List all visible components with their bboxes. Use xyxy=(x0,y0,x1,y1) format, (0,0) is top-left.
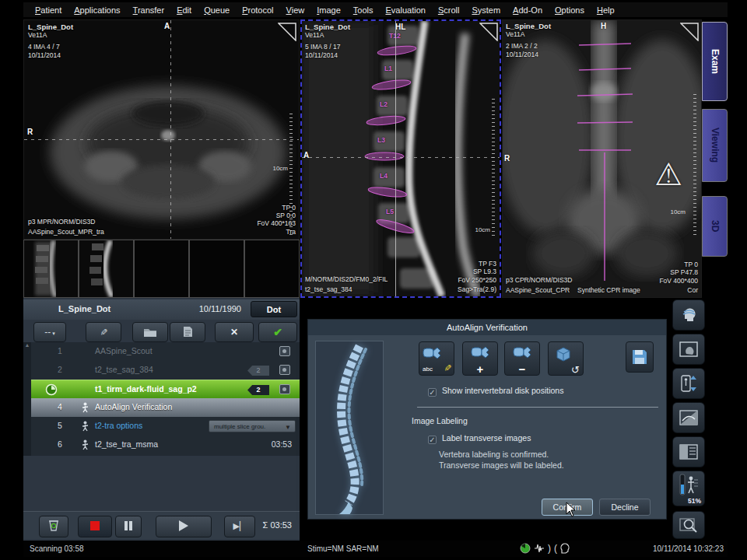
pause-button[interactable] xyxy=(115,516,142,537)
menu-tools[interactable]: Tools xyxy=(348,5,379,16)
menu-options[interactable]: Options xyxy=(549,5,590,16)
thumbnail-5-empty[interactable] xyxy=(244,240,300,298)
viewport-axial[interactable]: L_Spine_Dot Ve11A 4 IMA 4 / 7 10/11/2014… xyxy=(23,19,300,240)
menu-addon[interactable]: Add-On xyxy=(507,5,548,16)
crosshair-horizontal xyxy=(24,139,299,140)
cancel-step-button[interactable]: ✕ xyxy=(215,322,254,342)
step-number: 1 xyxy=(54,346,65,355)
menu-scroll[interactable]: Scroll xyxy=(433,5,465,16)
contrast-icon xyxy=(679,410,698,425)
thumbnail-3-empty[interactable] xyxy=(134,240,189,298)
windowing-button[interactable] xyxy=(672,402,705,433)
label-transverse-checkbox[interactable]: ✓ xyxy=(428,436,437,444)
skip-button[interactable]: ▶▏ xyxy=(224,516,255,537)
fov-value: FoV 250*250 xyxy=(458,276,496,285)
clip-corner-icon[interactable] xyxy=(680,23,699,41)
menu-image[interactable]: Image xyxy=(311,5,346,16)
menu-edit[interactable]: Edit xyxy=(171,5,197,16)
menu-applications[interactable]: Applications xyxy=(68,5,125,16)
patient-orientation-button[interactable] xyxy=(672,299,705,331)
menu-system[interactable]: System xyxy=(466,5,506,16)
sar-monitor-button[interactable]: 51% xyxy=(672,471,705,506)
contrast-injection-button[interactable]: ✎ xyxy=(86,322,121,342)
slice-group-dropdown[interactable]: multiple slice grou.▼ xyxy=(209,420,296,432)
label-vertebra-tool[interactable]: abc ✎ xyxy=(419,341,454,376)
dot-engine-button[interactable]: Dot xyxy=(251,301,297,317)
mri-axial-image xyxy=(24,20,300,240)
tab-exam[interactable]: Exam xyxy=(702,22,728,101)
queue-row-6[interactable]: 6 t2_tse_tra_msma 03:53 xyxy=(31,436,300,454)
open-protocol-button[interactable] xyxy=(132,322,168,342)
head-icon xyxy=(680,306,697,324)
decline-button[interactable]: Decline xyxy=(599,499,651,516)
remove-vertebra-tool[interactable]: − xyxy=(504,341,540,376)
sw-version: Ve11A xyxy=(305,31,324,40)
apply-step-button[interactable]: ✔ xyxy=(258,322,297,342)
thumbnail-2[interactable] xyxy=(79,240,134,298)
abc-label: abc xyxy=(423,366,433,373)
coil-icon: ( xyxy=(554,543,557,554)
series-done-icon xyxy=(279,346,290,356)
pause-icon xyxy=(124,521,132,530)
menu-transfer[interactable]: Transfer xyxy=(128,5,170,16)
study-date: 10/11/2014 xyxy=(506,51,538,59)
clip-corner-icon[interactable] xyxy=(479,23,498,41)
queue-row-3-running[interactable]: t1_tirm_dark-fluid_sag_p2 2 xyxy=(31,380,300,398)
scanning-spinner-icon xyxy=(45,383,58,396)
delete-queue-button[interactable] xyxy=(39,516,68,537)
program-card-button[interactable] xyxy=(170,322,205,342)
queue-row-1[interactable]: 1 AASpine_Scout xyxy=(31,342,300,361)
autoalign-dialog: AutoAlign Verification abc ✎ xyxy=(307,319,667,520)
plus-icon: + xyxy=(463,363,497,375)
step-name: t2_tse_sag_384 xyxy=(95,365,153,374)
dropdown-value: multiple slice grou. xyxy=(214,423,265,430)
thumbnail-1[interactable] xyxy=(23,240,79,298)
reset-orientation-tool[interactable]: ↺ xyxy=(548,341,584,376)
vertebra-icon xyxy=(423,345,443,361)
menu-queue[interactable]: Queue xyxy=(198,5,235,16)
step-name: AutoAlign Verification xyxy=(95,402,172,411)
table-position-button[interactable] xyxy=(672,368,705,399)
stop-button[interactable] xyxy=(78,516,112,537)
queue-scrollbar[interactable]: ▲ xyxy=(23,342,31,456)
thumbnail-4-empty[interactable] xyxy=(189,240,244,298)
queue-row-4-selected[interactable]: 4 AutoAlign Verification xyxy=(31,398,300,417)
plane-value: Sag>Tra(2.9) xyxy=(458,285,496,294)
fov-value: FoV 400*400 xyxy=(659,277,698,285)
show-disk-positions-checkbox[interactable]: ✓ xyxy=(428,388,437,397)
pen-icon: ✎ xyxy=(94,328,113,336)
tab-3d[interactable]: 3D xyxy=(702,196,728,257)
menu-view[interactable]: View xyxy=(281,5,310,16)
clip-corner-icon[interactable] xyxy=(278,23,296,41)
ima-counter: 5 IMA 8 / 17 xyxy=(305,43,340,51)
menu-patient[interactable]: Patient xyxy=(30,5,67,16)
menu-protocol[interactable]: Protocol xyxy=(237,5,279,16)
play-button[interactable] xyxy=(156,516,212,537)
layout-button[interactable] xyxy=(672,436,705,467)
vertebra-label: L1 xyxy=(384,65,392,72)
image-display-button[interactable] xyxy=(672,334,705,365)
status-icons: ) ( xyxy=(520,542,570,555)
info-line-2: Transverse images will be labeled. xyxy=(439,460,564,470)
series-name: AASpine_Scout_CPR xyxy=(506,286,570,295)
menu-evaluation[interactable]: Evaluation xyxy=(380,5,430,16)
exam-task-panel: L_Spine_Dot 10/11/1990 Dot -- ▾ ✎ ✕ ✔ ▲ xyxy=(23,298,300,541)
total-scan-time: Σ 03:53 xyxy=(263,520,292,530)
tab-viewing[interactable]: Viewing xyxy=(702,109,728,182)
viewport-sagittal[interactable]: T12 L1 L2 L3 L4 L5 L_Spine_Dot Ve11A 5 I… xyxy=(300,19,501,298)
add-vertebra-tool[interactable]: + xyxy=(462,341,498,376)
scale-label: 10cm xyxy=(272,165,288,172)
menu-help[interactable]: Help xyxy=(591,5,620,16)
step-duration: 03:53 xyxy=(272,439,292,449)
synthetic-note: Synthetic CPR image xyxy=(577,286,640,295)
person-icon xyxy=(81,421,89,432)
divider xyxy=(417,407,658,408)
viewport-coronal[interactable]: L_Spine_Dot Ve11A 2 IMA 2 / 2 10/11/2014… xyxy=(502,19,702,298)
queue-row-2[interactable]: 2 t2_tse_sag_384 2 xyxy=(31,361,300,380)
browse-protocols-button[interactable]: -- ▾ xyxy=(33,322,66,342)
vertebra-label: L5 xyxy=(386,208,394,215)
queue-row-5[interactable]: 5 t2-tra options multiple slice grou.▼ xyxy=(31,417,300,436)
warning-triangle-icon: ⚠ xyxy=(654,159,682,190)
save-tool[interactable] xyxy=(626,341,654,373)
image-search-button[interactable] xyxy=(672,511,705,539)
